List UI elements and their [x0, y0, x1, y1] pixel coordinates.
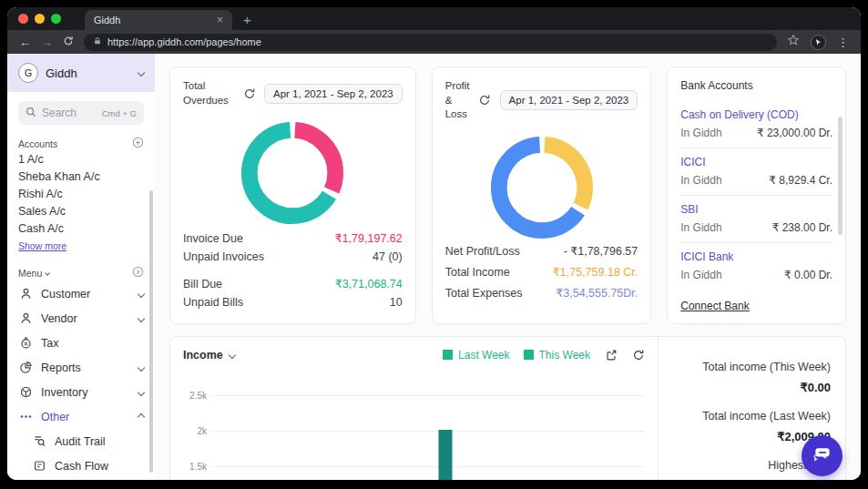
stat-row: Invoice Due ₹1,79,197.62	[183, 229, 403, 248]
date-range-picker[interactable]: Apr 1, 2021 - Sep 2, 2023	[264, 84, 403, 104]
toolbar-right: ⋮	[787, 34, 849, 50]
stat-label: Net Profit/Loss	[445, 241, 520, 262]
accounts-header: Accounts	[18, 137, 144, 150]
profile-avatar[interactable]	[811, 35, 826, 50]
profit-loss-card: Profit & Loss Apr 1, 2021 - Sep 2, 2023 …	[432, 66, 652, 324]
connect-bank-link[interactable]: Connect Bank	[680, 300, 832, 312]
sidebar-account-item[interactable]: Cash A/c	[7, 219, 155, 237]
tab-close-icon[interactable]: ×	[217, 14, 223, 26]
sidebar-account-item[interactable]: 1 A/c	[7, 150, 155, 168]
bank-location: In Giddh	[680, 221, 721, 234]
sidebar-item-reports[interactable]: Reports	[7, 355, 155, 380]
sidebar-item-tax[interactable]: Tax	[7, 331, 155, 355]
sidebar-item-vendor[interactable]: Vendor	[7, 306, 155, 331]
url-text: https://app.giddh.com/pages/home	[107, 36, 261, 47]
reload-icon[interactable]	[63, 36, 74, 48]
total-label: Total income (This Week)	[673, 361, 831, 373]
sidebar-item-audit-trail[interactable]: Audit Trail	[7, 429, 155, 453]
chevron-down-icon	[138, 388, 145, 395]
browser-tab[interactable]: Giddh ×	[85, 10, 232, 30]
stat-value: 47 (0)	[373, 248, 403, 266]
sidebar-account-item[interactable]: Sheba Khan A/c	[7, 168, 155, 185]
card-title: Bank Accounts	[680, 79, 832, 92]
income-dropdown[interactable]: Income	[183, 349, 223, 362]
bank-list: Cash on Delivery (COD) In Giddh ₹ 23,000…	[680, 101, 832, 290]
bank-location: In Giddh	[680, 174, 721, 187]
maximize-window-button[interactable]	[51, 14, 61, 24]
sidebar-scrollbar[interactable]	[149, 190, 153, 473]
stat-label: Total Income	[445, 262, 510, 283]
show-more-link[interactable]: Show more	[18, 240, 66, 251]
browser-toolbar: ← → https://app.giddh.com/pages/home ⋮	[7, 30, 861, 54]
chevron-down-icon	[138, 290, 145, 297]
address-bar[interactable]: https://app.giddh.com/pages/home	[84, 34, 777, 51]
chat-support-button[interactable]	[802, 435, 842, 476]
stat-label: Unpaid Bills	[183, 293, 243, 311]
legend-this-week[interactable]: This Week	[524, 349, 590, 362]
stat-row: Total Income ₹1,75,759.18 Cr.	[445, 262, 638, 283]
accounts-label: Accounts	[18, 138, 57, 149]
sidebar-item-label: Vendor	[41, 312, 77, 325]
menu-header: Menu	[18, 266, 144, 280]
stat-value: 10	[390, 293, 403, 311]
summary-cards-row: Total Overdues Apr 1, 2021 - Sep 2, 2023…	[169, 66, 846, 324]
bank-amount: ₹ 238.00 Dr.	[772, 221, 832, 234]
sidebar-item-customer[interactable]: Customer	[7, 281, 155, 306]
tab-strip: Giddh × +	[7, 7, 861, 30]
stat-value: ₹3,54,555.75Dr.	[556, 283, 638, 304]
bookmark-star-icon[interactable]	[787, 34, 800, 50]
bank-row: ICICI Bank In Giddh ₹ 0.00 Dr.	[680, 243, 832, 290]
minimize-window-button[interactable]	[35, 14, 45, 24]
search-input[interactable]: Search Cmd + G	[18, 101, 144, 125]
browser-menu-icon[interactable]: ⋮	[837, 36, 849, 48]
bank-account-link[interactable]: Cash on Delivery (COD)	[680, 108, 832, 121]
chevron-down-icon	[45, 270, 50, 276]
new-tab-button[interactable]: +	[243, 12, 251, 27]
chevron-up-icon	[138, 413, 145, 420]
refresh-icon[interactable]	[631, 348, 645, 362]
bank-account-link[interactable]: ICICI	[680, 156, 832, 168]
bank-account-link[interactable]: SBI	[680, 203, 832, 216]
back-icon[interactable]: ←	[19, 36, 31, 48]
sidebar-item-other[interactable]: Other	[7, 404, 155, 429]
total-value: ₹0.00	[673, 381, 831, 394]
add-account-icon[interactable]	[132, 137, 144, 150]
sidebar-item-cash-flow[interactable]: Cash Flow	[7, 453, 155, 478]
collapse-sidebar-icon[interactable]	[132, 266, 144, 280]
sidebar-account-item[interactable]: Sales A/c	[7, 202, 155, 219]
total-row: Total income (This Week) ₹0.00	[673, 361, 831, 394]
refresh-icon[interactable]	[242, 87, 256, 100]
chevron-down-icon[interactable]	[229, 351, 236, 358]
bank-amount: ₹ 0.00 Dr.	[784, 269, 832, 281]
stat-label: Unpaid Invoices	[183, 248, 264, 266]
stat-label: Total Expenses	[445, 283, 523, 304]
bank-row: Cash on Delivery (COD) In Giddh ₹ 23,000…	[680, 101, 832, 148]
sidebar-account-item[interactable]: Rishi A/c	[7, 185, 155, 202]
stat-label: Invoice Due	[183, 229, 243, 248]
forward-icon[interactable]: →	[41, 36, 53, 48]
expand-chart-icon[interactable]	[604, 348, 618, 362]
org-switcher[interactable]: G Giddh	[7, 54, 155, 92]
date-range-picker[interactable]: Apr 1, 2021 - Sep 2, 2023	[500, 90, 638, 110]
close-window-button[interactable]	[18, 14, 28, 24]
income-card: Income Last Week This Week	[169, 336, 846, 480]
income-bar-chart: 2.5k2k1.5k	[179, 388, 654, 480]
bank-amount: ₹ 23,000.00 Dr.	[757, 127, 832, 139]
sidebar-item-label: Tax	[41, 337, 58, 350]
refresh-icon[interactable]	[478, 94, 492, 107]
overdues-stats: Invoice Due ₹1,79,197.62 Unpaid Invoices…	[183, 229, 403, 311]
window-controls	[7, 7, 72, 30]
sidebar-item-inventory[interactable]: Inventory	[7, 380, 155, 404]
stat-value: ₹1,79,197.62	[335, 229, 403, 248]
bank-account-link[interactable]: ICICI Bank	[680, 250, 832, 263]
stat-row: Unpaid Invoices 47 (0)	[183, 248, 403, 266]
chevron-down-icon	[138, 69, 145, 76]
reports-icon	[18, 361, 33, 375]
customer-icon	[18, 287, 33, 301]
total-overdues-card: Total Overdues Apr 1, 2021 - Sep 2, 2023…	[169, 66, 416, 324]
legend-last-week[interactable]: Last Week	[443, 349, 509, 362]
stat-value: - ₹1,78,796.57	[564, 241, 638, 262]
card-title: Total Overdues	[183, 79, 234, 107]
sidebar-item-label: Inventory	[41, 386, 87, 399]
bank-list-scrollbar[interactable]	[838, 117, 842, 235]
